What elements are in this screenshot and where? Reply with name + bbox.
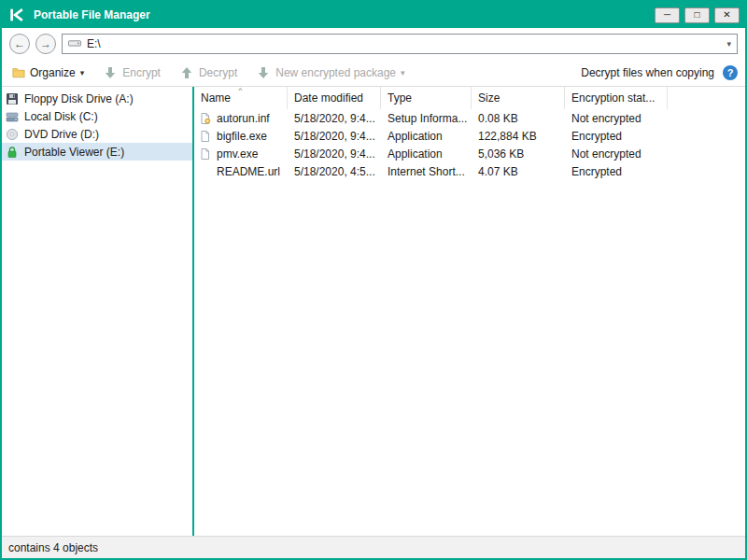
package-arrow-down-icon [258, 66, 271, 79]
column-header-name[interactable]: Name ^ [194, 87, 288, 109]
file-encryption-cell: Encrypted [565, 130, 668, 143]
new-encrypted-package-button[interactable]: New encrypted package ▾ [255, 64, 407, 81]
sidebar-item-portable-viewer-e[interactable]: Portable Viewer (E:) [2, 143, 192, 161]
file-name-cell: README.url [194, 165, 288, 178]
file-name: autorun.inf [217, 112, 270, 125]
hard-disk-icon [6, 110, 19, 123]
file-date-cell: 5/18/2020, 9:4... [288, 112, 381, 125]
file-encryption-cell: Not encrypted [565, 147, 668, 161]
file-size-cell: 5,036 KB [472, 147, 565, 161]
column-header-date-modified[interactable]: Date modified [288, 87, 381, 109]
file-name: bigfile.exe [217, 130, 267, 143]
column-header-filler [668, 87, 745, 109]
status-bar: contains 4 objects [2, 536, 745, 558]
navigation-bar: ← → E:\ ▾ [2, 28, 745, 60]
file-date-cell: 5/18/2020, 9:4... [288, 147, 381, 161]
kaspersky-logo-icon [7, 6, 26, 24]
file-list: Name ^ Date modified Type Size Encryptio… [194, 87, 745, 536]
chevron-down-icon: ▾ [80, 68, 85, 77]
sidebar-item-dvd-drive-d[interactable]: DVD Drive (D:) [2, 125, 192, 143]
setup-information-file-icon [199, 112, 212, 125]
sidebar-item-label: Local Disk (C:) [24, 110, 98, 123]
sort-ascending-icon: ^ [239, 86, 243, 94]
column-header-label: Size [478, 91, 500, 105]
file-row-pmv-exe[interactable]: pmv.exe 5/18/2020, 9:4... Application 5,… [194, 145, 745, 162]
file-type-cell: Internet Short... [381, 165, 472, 178]
sidebar-item-floppy-drive-a[interactable]: Floppy Disk Drive (A:) [2, 90, 192, 107]
organize-label: Organize [30, 66, 76, 79]
new-encrypted-package-label: New encrypted package [275, 66, 396, 79]
file-type-cell: Application [381, 147, 472, 161]
column-header-size[interactable]: Size [472, 87, 565, 109]
file-name: pmv.exe [217, 147, 258, 161]
toolbar: Organize ▾ Encrypt Decrypt [2, 60, 745, 87]
column-header-label: Date modified [294, 91, 363, 105]
sidebar-item-local-disk-c[interactable]: Local Disk (C:) [2, 107, 192, 125]
file-type-cell: Setup Informa... [381, 112, 472, 125]
address-bar[interactable]: E:\ ▾ [62, 34, 738, 54]
file-size-cell: 122,884 KB [472, 130, 565, 143]
address-dropdown-icon[interactable]: ▾ [726, 39, 731, 49]
application-file-icon [199, 130, 212, 143]
sidebar-item-label: Portable Viewer (E:) [24, 146, 124, 159]
file-name-cell: pmv.exe [194, 147, 288, 161]
file-row-bigfile-exe[interactable]: bigfile.exe 5/18/2020, 9:4... Applicatio… [194, 127, 745, 145]
column-header-encryption-status[interactable]: Encryption stat... [565, 87, 668, 109]
floppy-disk-icon [6, 92, 19, 105]
drive-icon [68, 37, 81, 50]
column-header-label: Name [201, 91, 231, 105]
decrypt-label: Decrypt [199, 66, 237, 79]
decrypt-arrow-up-icon [181, 66, 194, 79]
file-name-cell: bigfile.exe [194, 130, 288, 143]
sidebar-drive-tree: Floppy Disk Drive (A:) Local Disk (C:) [2, 87, 192, 536]
decrypt-button[interactable]: Decrypt [178, 64, 240, 81]
file-size-cell: 0.08 KB [472, 112, 565, 125]
dvd-disc-icon [6, 128, 19, 141]
organize-button[interactable]: Organize ▾ [9, 64, 87, 81]
back-button[interactable]: ← [9, 34, 30, 54]
file-encryption-cell: Encrypted [565, 165, 668, 178]
sidebar-item-label: DVD Drive (D:) [24, 128, 99, 141]
application-file-icon [199, 147, 212, 161]
close-button[interactable]: ✕ [714, 7, 740, 23]
file-date-cell: 5/18/2020, 9:4... [288, 130, 381, 143]
file-size-cell: 4.07 KB [472, 165, 565, 178]
lock-icon [6, 146, 19, 159]
title-bar: Portable File Manager ─ □ ✕ [2, 2, 745, 28]
column-header-label: Encryption stat... [571, 91, 655, 105]
file-name: README.url [217, 165, 280, 178]
window-controls: ─ □ ✕ [655, 7, 740, 23]
encrypt-label: Encrypt [122, 66, 161, 79]
main-area: Floppy Disk Drive (A:) Local Disk (C:) [2, 87, 745, 536]
file-date-cell: 5/18/2020, 4:5... [288, 165, 381, 178]
file-encryption-cell: Not encrypted [565, 112, 668, 125]
portable-file-manager-window: Portable File Manager ─ □ ✕ ← → E:\ ▾ [0, 0, 747, 560]
maximize-button[interactable]: □ [684, 7, 710, 23]
status-text: contains 4 objects [8, 541, 98, 554]
file-type-cell: Application [381, 130, 472, 143]
file-row-autorun-inf[interactable]: autorun.inf 5/18/2020, 9:4... Setup Info… [194, 109, 745, 127]
minimize-button[interactable]: ─ [655, 7, 680, 23]
chevron-down-icon: ▾ [401, 68, 405, 77]
decrypt-when-copying-label: Decrypt files when copying [581, 66, 714, 79]
blank-file-icon [199, 165, 212, 178]
toolbar-right: Decrypt files when copying ? [581, 65, 738, 80]
file-row-readme-url[interactable]: README.url 5/18/2020, 4:5... Internet Sh… [194, 162, 745, 180]
window-title: Portable File Manager [34, 8, 647, 21]
sidebar-item-label: Floppy Disk Drive (A:) [24, 92, 134, 105]
address-path: E:\ [87, 37, 721, 50]
encrypt-arrow-down-icon [105, 66, 118, 79]
file-name-cell: autorun.inf [194, 112, 288, 125]
forward-button[interactable]: → [35, 34, 56, 54]
folder-icon [12, 66, 25, 79]
column-header-type[interactable]: Type [381, 87, 472, 109]
help-icon[interactable]: ? [723, 65, 738, 80]
column-header-label: Type [388, 91, 412, 105]
file-list-header: Name ^ Date modified Type Size Encryptio… [194, 87, 745, 109]
encrypt-button[interactable]: Encrypt [102, 64, 163, 81]
